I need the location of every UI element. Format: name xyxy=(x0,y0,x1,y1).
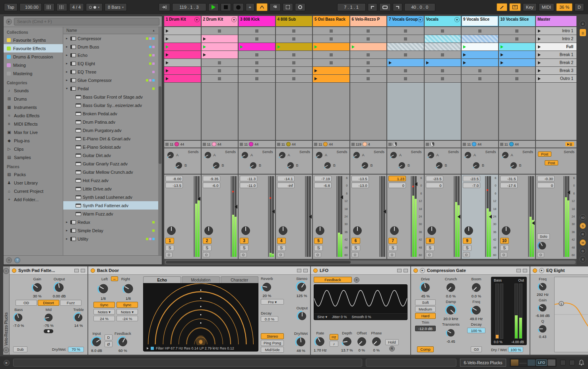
send-a-knob-track2[interactable] xyxy=(204,151,212,159)
track7-fader-handle[interactable] xyxy=(415,182,417,186)
sidebar-item-instruments[interactable]: ▦Instruments xyxy=(4,103,63,111)
nav-section-places[interactable]: Places xyxy=(4,161,63,170)
track10-arm-button[interactable] xyxy=(500,252,507,257)
scene-play-icon[interactable] xyxy=(538,69,541,72)
send-b-knob-track4[interactable] xyxy=(286,161,295,170)
browser-scroll-thumb[interactable] xyxy=(159,86,161,164)
scroll-thumb[interactable] xyxy=(166,261,351,264)
disclosure-triangle-icon[interactable]: ▸ xyxy=(65,78,69,82)
track10-fader-handle[interactable] xyxy=(532,221,535,225)
punch-in-button[interactable] xyxy=(368,3,377,11)
browser-item-pedal[interactable]: ▾Pedal xyxy=(63,84,158,93)
lfo-unmap-icon[interactable]: × xyxy=(354,277,359,283)
scene-break-2[interactable]: Break 2 xyxy=(536,59,576,66)
track2-arm-button[interactable] xyxy=(203,252,210,257)
browser-collapse-icon[interactable]: ▸ xyxy=(6,19,12,25)
midi-map-button[interactable]: MIDI xyxy=(539,3,554,11)
disclosure-triangle-icon[interactable]: ▸ xyxy=(65,70,69,74)
clip-slot-track1-scene1[interactable] xyxy=(164,27,201,35)
hot-swap-icon[interactable] xyxy=(397,269,402,272)
lfo-rate-knob[interactable] xyxy=(314,336,326,348)
clip-slot-track1-scene5[interactable] xyxy=(164,59,201,66)
clip-slot-track4-scene1[interactable] xyxy=(276,27,312,35)
send-a-knob-track7[interactable] xyxy=(389,151,398,159)
hot-swap-icon[interactable] xyxy=(74,269,79,272)
scene-play-icon[interactable] xyxy=(538,29,541,33)
browser-item-drum-purgatory-adv[interactable]: Drum Purgatory.adv xyxy=(63,126,158,134)
track10-activator-button[interactable]: 10 xyxy=(500,238,509,244)
track-pan-dot[interactable] xyxy=(212,142,216,146)
browser-item-little-drive-adv[interactable]: Little Drive.adv xyxy=(63,184,158,193)
sidebar-item-mastering[interactable]: Mastering xyxy=(4,69,63,78)
clip-play-icon[interactable] xyxy=(314,69,317,72)
send-b-knob-track1[interactable] xyxy=(175,161,183,170)
clip-slot-track2-scene3[interactable] xyxy=(202,43,238,50)
echo-left-mode-menu[interactable]: Notes ▾ xyxy=(93,309,115,315)
clip-slot-track2-scene1[interactable] xyxy=(202,27,238,35)
lfo-waveform-display[interactable]: Sine ▾Jitter 0 %Smooth 0 % xyxy=(314,284,408,320)
clip-slot-track1-scene7[interactable] xyxy=(164,75,201,82)
rack-freq-value[interactable]: 49.0 Hz xyxy=(470,317,483,321)
track-unfold-icon[interactable]: ▾ xyxy=(194,17,200,22)
track5-peak-field[interactable]: -6.8 xyxy=(314,183,332,188)
track2-fader-track[interactable] xyxy=(231,176,232,257)
browser-item-redux[interactable]: ▸Redux xyxy=(63,218,158,226)
track9-arm-button[interactable] xyxy=(463,252,470,257)
show-hide-s-toggle[interactable]: S xyxy=(580,223,586,229)
echo-left-sync-toggle[interactable]: Sync xyxy=(93,302,115,308)
send-a-knob-track4[interactable] xyxy=(278,151,287,159)
clip-play-icon[interactable] xyxy=(463,61,466,64)
track1-arm-button[interactable] xyxy=(165,252,173,257)
tap-tempo-button[interactable]: Tap xyxy=(4,3,17,11)
track-header-1-drum-kit[interactable]: 1 Drum Kit▾ xyxy=(164,16,201,26)
track2-activator-button[interactable]: 2 xyxy=(203,238,212,244)
show-device-view-icon[interactable]: ▸ xyxy=(4,360,10,366)
send-b-knob-track5[interactable] xyxy=(323,161,332,170)
browser-item-bass-guitar-sy-esizerizer-adv[interactable]: Bass Guitar Sy...esizerizer.adv xyxy=(63,101,158,109)
device-unfold-icon[interactable]: ▸ xyxy=(420,268,425,273)
clip-slot-track6-scene6[interactable] xyxy=(350,67,387,74)
browser-item-eq-eight[interactable]: ▸EQ Eight xyxy=(63,59,158,68)
track-unfold-icon[interactable]: ▾ xyxy=(454,17,460,22)
track4-solo-button[interactable]: S xyxy=(277,245,286,251)
echo-left-time-knob[interactable] xyxy=(97,282,110,295)
clip-stop-row-track5[interactable]: 1144 xyxy=(313,141,349,148)
track1-pan-knob[interactable] xyxy=(165,225,177,237)
track-unfold-icon[interactable]: ▾ xyxy=(231,17,237,22)
clip-slot-track6-scene3[interactable] xyxy=(350,43,387,50)
scene-break-1[interactable]: Break 1 xyxy=(536,51,576,58)
master-solo-button[interactable]: Solo xyxy=(537,233,550,239)
rack-hardness-medium[interactable]: Medium xyxy=(415,306,436,312)
device-activator-icon[interactable] xyxy=(12,268,16,273)
save-preset-icon[interactable] xyxy=(404,269,408,272)
track4-pan-knob[interactable] xyxy=(277,225,289,237)
tab-echo[interactable]: Echo xyxy=(143,276,181,283)
track8-activator-button[interactable]: 8 xyxy=(426,238,435,244)
track-pan-dot[interactable] xyxy=(472,142,476,146)
capture-midi-button[interactable] xyxy=(283,3,293,11)
pedal-output-value[interactable]: 0.00 dB xyxy=(53,294,66,298)
stop-all-clips-icon[interactable] xyxy=(351,143,355,146)
clip-slot-track1-scene2[interactable] xyxy=(164,35,201,43)
sidebar-item-drums-percussion[interactable]: Drums & Percussion xyxy=(4,52,63,61)
selected-track-chip[interactable]: 6-Velo-Rezzo Plucks xyxy=(460,359,506,367)
track4-fader-track[interactable] xyxy=(305,176,306,257)
send-a-knob-track8[interactable] xyxy=(427,151,435,159)
eq8-curve-display[interactable]: 112-12 xyxy=(554,277,588,352)
pedal-sub-toggle[interactable]: Sub xyxy=(13,346,27,352)
stop-all-clips-icon[interactable] xyxy=(463,143,466,146)
track7-fader-track[interactable] xyxy=(411,176,412,257)
clip-slot-track1-scene6[interactable] xyxy=(164,67,201,74)
back-to-arrangement-button[interactable] xyxy=(565,142,574,146)
send-a-pre-post-toggle[interactable]: Post xyxy=(538,151,551,157)
clip-playing-icon[interactable] xyxy=(463,45,466,49)
track7-solo-button[interactable]: S xyxy=(388,245,397,251)
master-cue-button[interactable] xyxy=(537,252,544,257)
lfo-depth-value[interactable]: 13.7 % xyxy=(341,348,353,352)
track2-pan-knob[interactable] xyxy=(203,225,215,237)
track-header-master[interactable]: Master xyxy=(536,16,576,26)
help-icon[interactable]: ? xyxy=(14,257,20,263)
clip-slot-track4-scene6[interactable] xyxy=(276,67,312,74)
sidebar-item-samples[interactable]: ▤Samples xyxy=(4,153,63,161)
track6-fader-handle[interactable] xyxy=(383,210,386,214)
